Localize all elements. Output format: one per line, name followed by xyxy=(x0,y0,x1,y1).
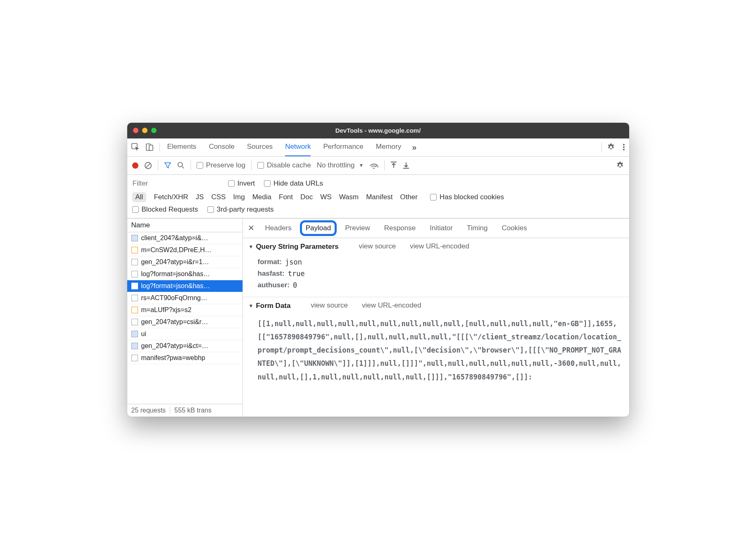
request-row[interactable]: gen_204?atyp=i&ct=… xyxy=(127,340,242,352)
settings-gear-icon[interactable] xyxy=(607,143,615,151)
filter-input[interactable] xyxy=(132,178,219,189)
request-row[interactable]: manifest?pwa=webhp xyxy=(127,352,242,364)
view-source-link[interactable]: view source xyxy=(311,301,348,310)
svg-line-9 xyxy=(182,167,184,169)
disable-cache-checkbox[interactable]: Disable cache xyxy=(257,161,311,169)
query-param-value: 0 xyxy=(293,281,297,289)
request-row[interactable]: gen_204?atyp=csi&r… xyxy=(127,316,242,328)
type-chip-ws[interactable]: WS xyxy=(320,193,331,201)
blocked-requests-checkbox[interactable]: Blocked Requests xyxy=(132,205,198,214)
request-row-label: m=aLUfP?xjs=s2 xyxy=(141,306,192,314)
main-tab-elements[interactable]: Elements xyxy=(167,138,197,156)
main-tab-performance[interactable]: Performance xyxy=(323,138,363,156)
close-window-button[interactable] xyxy=(133,128,138,133)
minimize-window-button[interactable] xyxy=(142,128,147,133)
type-chip-font[interactable]: Font xyxy=(279,193,293,201)
window-title: DevTools - www.google.com/ xyxy=(127,127,629,134)
form-data-body: [[1,null,null,null,null,null,null,null,n… xyxy=(243,314,629,389)
type-chip-wasm[interactable]: Wasm xyxy=(339,193,359,201)
type-chip-fetchxhr[interactable]: Fetch/XHR xyxy=(154,193,188,201)
query-params-list: format:jsonhasfast:trueauthuser:0 xyxy=(243,255,629,296)
detail-tab-preview[interactable]: Preview xyxy=(345,224,370,232)
inspect-element-icon[interactable] xyxy=(131,143,140,151)
document-resource-icon xyxy=(131,283,138,289)
main-tab-network[interactable]: Network xyxy=(285,138,311,156)
request-row[interactable]: log?format=json&has… xyxy=(127,280,242,292)
view-url-encoded-link[interactable]: view URL-encoded xyxy=(362,301,421,310)
throttling-select[interactable]: No throttling ▼ xyxy=(317,161,364,169)
payload-body: ▼ Query String Parameters view source vi… xyxy=(243,238,629,417)
has-blocked-cookies-checkbox[interactable]: Has blocked cookies xyxy=(430,193,504,201)
preserve-log-checkbox[interactable]: Preserve log xyxy=(197,161,245,169)
request-row[interactable]: gen_204?atyp=i&r=1… xyxy=(127,256,242,268)
image-resource-icon xyxy=(131,331,138,337)
request-row-label: gen_204?atyp=i&r=1… xyxy=(141,258,209,266)
svg-point-10 xyxy=(373,167,375,169)
type-chip-doc[interactable]: Doc xyxy=(300,193,313,201)
type-chip-media[interactable]: Media xyxy=(252,193,271,201)
svg-rect-2 xyxy=(149,145,153,150)
third-party-requests-checkbox[interactable]: 3rd-party requests xyxy=(207,205,274,214)
type-chip-all[interactable]: All xyxy=(132,192,147,202)
query-param-row: hasfast:true xyxy=(258,268,623,279)
type-chip-img[interactable]: Img xyxy=(233,193,245,201)
svg-point-3 xyxy=(623,144,625,145)
view-source-link[interactable]: view source xyxy=(359,242,396,250)
type-chip-css[interactable]: CSS xyxy=(211,193,226,201)
close-detail-icon[interactable]: ✕ xyxy=(248,223,254,233)
download-har-icon[interactable] xyxy=(403,162,409,169)
detail-tabs: ✕ HeadersPayloadPreviewResponseInitiator… xyxy=(243,219,629,238)
detail-pane: ✕ HeadersPayloadPreviewResponseInitiator… xyxy=(243,219,629,417)
disable-cache-label: Disable cache xyxy=(267,161,311,169)
request-row[interactable]: m=aLUfP?xjs=s2 xyxy=(127,304,242,316)
form-data-section-title[interactable]: ▼ Form Data xyxy=(249,302,291,310)
network-settings-gear-icon[interactable] xyxy=(616,161,624,169)
request-list-header[interactable]: Name xyxy=(127,219,242,232)
more-tabs-icon[interactable]: » xyxy=(412,143,417,152)
main-tab-sources[interactable]: Sources xyxy=(247,138,273,156)
invert-checkbox[interactable]: Invert xyxy=(228,179,255,188)
kebab-menu-icon[interactable] xyxy=(623,143,625,151)
document-resource-icon xyxy=(131,271,138,277)
detail-tab-timing[interactable]: Timing xyxy=(467,224,487,232)
type-chip-js[interactable]: JS xyxy=(196,193,204,201)
query-param-row: authuser:0 xyxy=(258,279,623,291)
chevron-down-icon: ▼ xyxy=(359,162,364,168)
detail-tab-payload[interactable]: Payload xyxy=(306,224,331,232)
request-row[interactable]: m=CnSW2d,DPreE,H… xyxy=(127,244,242,256)
search-icon[interactable] xyxy=(177,162,185,169)
type-chip-other[interactable]: Other xyxy=(400,193,418,201)
main-tab-memory[interactable]: Memory xyxy=(376,138,401,156)
detail-tab-initiator[interactable]: Initiator xyxy=(430,224,453,232)
filter-bar: Invert Hide data URLs AllFetch/XHRJSCSSI… xyxy=(127,175,629,218)
device-toggle-icon[interactable] xyxy=(145,143,154,151)
svg-point-5 xyxy=(623,149,625,150)
detail-tab-headers[interactable]: Headers xyxy=(265,224,292,232)
disclosure-triangle-icon: ▼ xyxy=(249,244,254,250)
request-row[interactable]: ui xyxy=(127,328,242,340)
record-button[interactable] xyxy=(132,162,138,169)
devtools-window: DevTools - www.google.com/ ElementsConso… xyxy=(127,123,629,417)
hide-data-urls-checkbox[interactable]: Hide data URLs xyxy=(264,179,323,188)
main-tab-console[interactable]: Console xyxy=(209,138,234,156)
query-param-key: authuser: xyxy=(258,281,290,289)
upload-har-icon[interactable] xyxy=(390,162,397,169)
main-tabs: ElementsConsoleSourcesNetworkPerformance… xyxy=(167,138,402,156)
query-params-section-title[interactable]: ▼ Query String Parameters xyxy=(249,243,339,251)
request-row[interactable]: log?format=json&has… xyxy=(127,268,242,280)
type-chip-manifest[interactable]: Manifest xyxy=(366,193,392,201)
detail-tab-response[interactable]: Response xyxy=(384,224,416,232)
request-list: Name client_204?&atyp=i&…m=CnSW2d,DPreE,… xyxy=(127,219,243,417)
network-conditions-icon[interactable] xyxy=(369,162,378,169)
request-row[interactable]: rs=ACT90oFqOrnng… xyxy=(127,292,242,304)
invert-label: Invert xyxy=(238,179,255,188)
detail-tab-cookies[interactable]: Cookies xyxy=(502,224,527,232)
request-row[interactable]: client_204?&atyp=i&… xyxy=(127,232,242,244)
view-url-encoded-link[interactable]: view URL-encoded xyxy=(410,242,469,250)
request-row-label: rs=ACT90oFqOrnng… xyxy=(141,294,208,302)
svg-point-4 xyxy=(623,146,625,148)
filter-funnel-icon[interactable] xyxy=(164,162,171,169)
query-param-key: format: xyxy=(258,258,282,266)
maximize-window-button[interactable] xyxy=(151,128,157,133)
clear-icon[interactable] xyxy=(144,162,152,169)
